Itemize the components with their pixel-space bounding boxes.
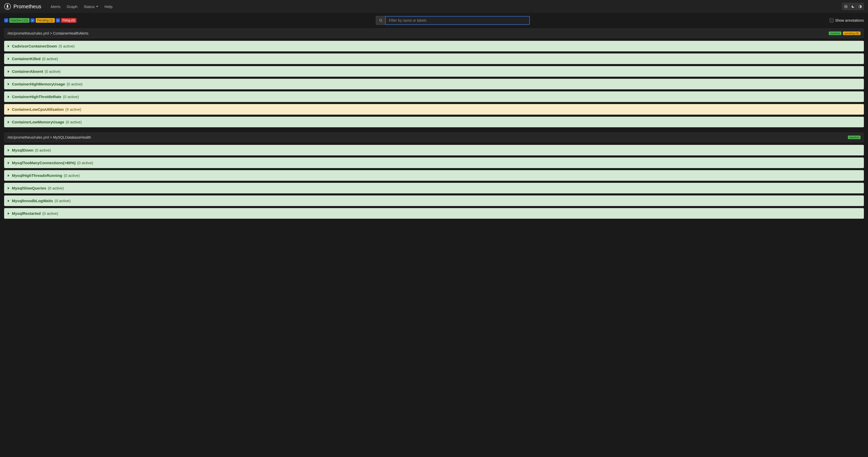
nav-status[interactable]: Status xyxy=(81,2,101,11)
alert-rule-name: MysqlDown xyxy=(12,148,33,152)
group-badge-inactive: inactive xyxy=(829,32,841,35)
rule-group-header[interactable]: /etc/prometheus/rules.yml > ContainerHea… xyxy=(4,28,864,38)
alert-rule-count: (0 active) xyxy=(59,44,75,48)
chevron-right-icon xyxy=(8,174,9,177)
groups-container: /etc/prometheus/rules.yml > ContainerHea… xyxy=(4,28,864,224)
search-icon xyxy=(379,19,382,22)
chevron-right-icon xyxy=(8,70,9,73)
alert-rule-row[interactable]: ContainerLowCpuUtilization (9 active) xyxy=(4,104,864,115)
inactive-filter-badge: Inactive (12) xyxy=(9,18,29,23)
theme-auto-button[interactable] xyxy=(857,3,864,10)
alert-rule-name: MysqlTooManyConnections(>80%) xyxy=(12,161,76,165)
chevron-right-icon xyxy=(8,200,9,202)
alert-rule-count: (0 active) xyxy=(64,173,80,177)
alert-rule-name: ContainerLowMemoryUsage xyxy=(12,120,64,124)
alert-rule-row[interactable]: MysqlHighThreadsRunning (0 active) xyxy=(4,170,864,181)
alert-rule-row[interactable]: ContainerKilled (0 active) xyxy=(4,54,864,64)
chevron-right-icon xyxy=(8,212,9,215)
alert-rule-name: MysqlHighThreadsRunning xyxy=(12,173,62,177)
alert-rule-row[interactable]: ContainerHighThrottleRate (0 active) xyxy=(4,91,864,102)
chevron-right-icon xyxy=(8,187,9,190)
alert-rule-count: (9 active) xyxy=(65,107,82,111)
alert-rule-name: ContainerLowCpuUtilization xyxy=(12,107,64,111)
caret-down-icon xyxy=(96,6,98,7)
annotations-toggle: Show annotations xyxy=(830,18,864,23)
pending-filter-badge: Pending (1) xyxy=(36,18,55,23)
inactive-filter-checkbox[interactable]: ✓ xyxy=(4,18,8,23)
contrast-icon xyxy=(859,5,862,8)
rule-group-header[interactable]: /etc/prometheus/rules.yml > MySQLDatabas… xyxy=(4,132,864,142)
group-badge-pending: pending (9) xyxy=(843,32,861,35)
alert-rule-count: (0 active) xyxy=(77,161,93,165)
svg-rect-1 xyxy=(6,8,9,8)
pending-filter-checkbox[interactable]: ✓ xyxy=(30,18,35,23)
rule-group-badges: inactive xyxy=(848,135,861,139)
alert-rule-count: (0 active) xyxy=(63,95,79,99)
svg-point-4 xyxy=(379,19,381,21)
theme-dark-button[interactable] xyxy=(849,3,857,10)
brand-link[interactable]: Prometheus xyxy=(4,3,41,10)
chevron-right-icon xyxy=(8,45,9,47)
brand-text: Prometheus xyxy=(13,4,41,9)
alert-rule-row[interactable]: ContainerAbsent (0 active) xyxy=(4,66,864,77)
chevron-right-icon xyxy=(8,58,9,60)
alert-rule-count: (0 active) xyxy=(35,148,51,152)
chevron-right-icon xyxy=(8,121,9,123)
chevron-right-icon xyxy=(8,162,9,164)
alert-rule-row[interactable]: MysqlSlowQueries (0 active) xyxy=(4,183,864,193)
svg-line-5 xyxy=(381,21,382,22)
svg-point-2 xyxy=(845,6,846,7)
chevron-right-icon xyxy=(8,96,9,98)
gear-icon xyxy=(844,5,847,8)
moon-icon xyxy=(851,5,855,8)
alert-rule-count: (0 active) xyxy=(55,199,70,203)
group-badge-inactive: inactive xyxy=(848,135,861,139)
alert-rule-count: (0 active) xyxy=(45,69,61,74)
nav-alerts[interactable]: Alerts xyxy=(48,2,63,11)
alert-rule-name: ContainerKilled xyxy=(12,57,40,61)
state-filters: ✓ Inactive (12) ✓ Pending (1) ✓ Firing (… xyxy=(4,18,76,23)
alert-rule-name: CadvisorContainerDown xyxy=(12,44,57,48)
navbar-left: Prometheus Alerts Graph Status Help xyxy=(4,2,115,11)
chevron-right-icon xyxy=(8,149,9,152)
alert-rule-count: (0 active) xyxy=(42,57,58,61)
alert-rule-name: ContainerHighThrottleRate xyxy=(12,95,61,99)
rule-group-title: /etc/prometheus/rules.yml > ContainerHea… xyxy=(7,31,88,35)
firing-filter-badge: Firing (0) xyxy=(61,18,76,23)
search-input[interactable] xyxy=(385,16,530,25)
navbar: Prometheus Alerts Graph Status Help xyxy=(0,0,868,13)
alert-rule-count: (0 active) xyxy=(48,186,64,190)
alert-rule-name: ContainerAbsent xyxy=(12,69,43,74)
theme-buttons xyxy=(842,3,864,10)
annotations-label: Show annotations xyxy=(835,18,864,23)
rule-group-title: /etc/prometheus/rules.yml > MySQLDatabas… xyxy=(7,135,91,139)
rule-group: /etc/prometheus/rules.yml > MySQLDatabas… xyxy=(4,132,864,221)
alert-rule-row[interactable]: MysqlInnodbLogWaits (0 active) xyxy=(4,195,864,206)
rule-group-badges: inactivepending (9) xyxy=(829,32,861,35)
search-wrap xyxy=(376,16,530,25)
content: ✓ Inactive (12) ✓ Pending (1) ✓ Firing (… xyxy=(0,13,868,227)
alert-rule-name: MysqlSlowQueries xyxy=(12,186,46,190)
alert-rule-count: (0 active) xyxy=(66,120,82,124)
alert-rule-row[interactable]: MysqlTooManyConnections(>80%) (0 active) xyxy=(4,158,864,168)
firing-filter-checkbox[interactable]: ✓ xyxy=(56,18,60,23)
alert-rule-row[interactable]: MysqlRestarted (0 active) xyxy=(4,208,864,219)
prometheus-logo-icon xyxy=(4,3,11,10)
search-icon-button[interactable] xyxy=(376,16,385,25)
annotations-checkbox[interactable] xyxy=(830,18,834,23)
nav-help[interactable]: Help xyxy=(102,2,115,11)
alert-rule-row[interactable]: MysqlDown (0 active) xyxy=(4,145,864,156)
rule-group: /etc/prometheus/rules.yml > ContainerHea… xyxy=(4,28,864,129)
chevron-right-icon xyxy=(8,108,9,111)
filter-bar: ✓ Inactive (12) ✓ Pending (1) ✓ Firing (… xyxy=(4,16,864,25)
chevron-right-icon xyxy=(8,83,9,86)
theme-settings-button[interactable] xyxy=(842,3,849,10)
nav-status-label: Status xyxy=(84,4,95,9)
alert-rule-count: (0 active) xyxy=(67,82,83,86)
alert-rule-row[interactable]: ContainerLowMemoryUsage (0 active) xyxy=(4,117,864,127)
nav-graph[interactable]: Graph xyxy=(64,2,80,11)
alert-rule-row[interactable]: ContainerHighMemoryUsage (0 active) xyxy=(4,79,864,89)
alert-rule-name: MysqlInnodbLogWaits xyxy=(12,199,53,203)
alert-rule-name: MysqlRestarted xyxy=(12,211,41,216)
alert-rule-row[interactable]: CadvisorContainerDown (0 active) xyxy=(4,41,864,52)
